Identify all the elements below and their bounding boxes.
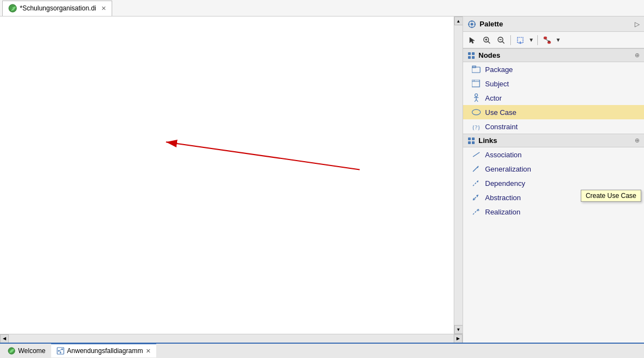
canvas-with-scroll: ▲ ▼ ◀ ▶ bbox=[0, 16, 463, 343]
bottom-tab-diagram[interactable]: Anwendungsfalldiagramm ✕ bbox=[51, 343, 156, 357]
realization-icon bbox=[472, 207, 481, 216]
palette-item-usecase-label: Use Case bbox=[485, 108, 516, 117]
palette-item-abstraction-label: Abstraction bbox=[485, 194, 521, 202]
palette-item-package[interactable]: Package bbox=[463, 62, 644, 76]
palette-panel: Palette ▷ bbox=[463, 16, 644, 343]
palette-icon bbox=[467, 20, 476, 29]
palette-item-constraint[interactable]: {?} Constraint bbox=[463, 119, 644, 134]
title-bar: *Schulungsorganisation.di ✕ bbox=[0, 0, 644, 16]
usecase-icon bbox=[472, 108, 481, 117]
palette-item-usecase[interactable]: Use Case bbox=[463, 105, 644, 119]
palette-item-subject-label: Subject bbox=[485, 80, 509, 88]
toolbar-sep1 bbox=[510, 35, 511, 45]
svg-line-15 bbox=[503, 41, 505, 43]
zoom-in-icon bbox=[483, 36, 491, 44]
svg-rect-7 bbox=[468, 24, 470, 25]
svg-rect-25 bbox=[468, 56, 471, 59]
dependency-icon bbox=[472, 179, 481, 188]
svg-line-12 bbox=[488, 41, 491, 43]
bottom-tab-welcome[interactable]: Welcome bbox=[2, 344, 51, 358]
connect-btn[interactable] bbox=[541, 34, 553, 46]
hscroll-track[interactable] bbox=[9, 334, 454, 343]
palette-collapse-btn[interactable]: ▷ bbox=[635, 20, 640, 28]
abstraction-icon bbox=[472, 193, 481, 202]
svg-line-42 bbox=[473, 152, 480, 157]
subject-icon bbox=[472, 79, 481, 88]
package-icon bbox=[472, 65, 481, 74]
canvas-vscroll: ▲ ▼ bbox=[454, 16, 463, 334]
links-section-header[interactable]: Links ⊕ bbox=[463, 134, 644, 147]
svg-rect-39 bbox=[472, 137, 475, 140]
constraint-icon: {?} bbox=[472, 122, 481, 131]
palette-item-generalization[interactable]: Generalization bbox=[463, 162, 644, 176]
vscroll-track[interactable] bbox=[454, 25, 463, 325]
svg-rect-8 bbox=[474, 24, 476, 25]
tooltip-label: Create Use Case bbox=[586, 192, 636, 200]
nodes-section-label: Nodes bbox=[478, 51, 500, 59]
generalization-icon bbox=[472, 164, 481, 173]
hscroll-right-btn[interactable]: ▶ bbox=[454, 334, 463, 343]
marquee-select-btn[interactable] bbox=[514, 34, 526, 46]
vscroll-up-btn[interactable]: ▲ bbox=[454, 16, 463, 25]
svg-line-34 bbox=[475, 100, 476, 102]
palette-toolbar: ▼ ▼ bbox=[463, 32, 644, 48]
palette-item-association[interactable]: Association bbox=[463, 147, 644, 162]
links-section-pin[interactable]: ⊕ bbox=[635, 137, 640, 144]
hscroll-left-btn[interactable]: ◀ bbox=[0, 334, 9, 343]
svg-point-55 bbox=[61, 349, 63, 350]
palette-header: Palette ▷ bbox=[463, 16, 644, 32]
svg-rect-40 bbox=[468, 141, 471, 144]
vscroll-down-btn[interactable]: ▼ bbox=[454, 325, 463, 334]
svg-point-54 bbox=[58, 350, 59, 352]
svg-rect-24 bbox=[472, 52, 475, 55]
tab-diagram-icon bbox=[8, 4, 17, 13]
canvas-area[interactable] bbox=[0, 16, 454, 334]
svg-rect-5 bbox=[471, 20, 472, 22]
nodes-section-title-group: Nodes bbox=[467, 51, 500, 59]
palette-item-generalization-label: Generalization bbox=[485, 165, 531, 173]
palette-item-dependency-label: Dependency bbox=[485, 179, 525, 188]
svg-rect-6 bbox=[471, 26, 472, 28]
palette-item-actor-label: Actor bbox=[485, 94, 502, 102]
svg-rect-26 bbox=[472, 56, 475, 59]
association-icon bbox=[472, 150, 481, 159]
links-section-icon bbox=[467, 137, 475, 145]
palette-item-realization[interactable]: Realization bbox=[463, 205, 644, 219]
palette-item-association-label: Association bbox=[485, 151, 521, 159]
bottom-tab-welcome-label: Welcome bbox=[18, 347, 46, 355]
tooltip-create-usecase: Create Use Case bbox=[581, 190, 641, 202]
nodes-section-pin[interactable]: ⊕ bbox=[635, 52, 640, 59]
palette-title: Palette bbox=[480, 20, 503, 28]
marquee-dropdown[interactable]: ▼ bbox=[529, 37, 534, 43]
svg-point-4 bbox=[471, 23, 474, 25]
palette-item-subject[interactable]: Subject bbox=[463, 76, 644, 91]
svg-rect-29 bbox=[472, 80, 480, 87]
palette-item-dependency[interactable]: Dependency bbox=[463, 176, 644, 190]
canvas-row: ▲ ▼ bbox=[0, 16, 463, 334]
svg-point-57 bbox=[60, 351, 61, 353]
links-section-label: Links bbox=[478, 136, 497, 145]
svg-marker-48 bbox=[476, 195, 478, 197]
title-tab-close[interactable]: ✕ bbox=[101, 5, 106, 12]
palette-item-actor[interactable]: Actor bbox=[463, 91, 644, 105]
welcome-icon bbox=[8, 347, 15, 355]
svg-line-56 bbox=[59, 350, 61, 351]
svg-rect-38 bbox=[468, 137, 471, 140]
svg-rect-19 bbox=[544, 37, 547, 39]
main-content: ▲ ▼ ◀ ▶ bbox=[0, 16, 644, 343]
actor-icon bbox=[472, 93, 481, 102]
connect-icon bbox=[543, 36, 551, 44]
title-tab[interactable]: *Schulungsorganisation.di ✕ bbox=[2, 1, 112, 16]
zoom-out-btn[interactable] bbox=[495, 34, 507, 46]
bottom-bar: Welcome Anwendungsfalldiagramm ✕ bbox=[0, 343, 644, 358]
zoom-in-btn[interactable] bbox=[481, 34, 493, 46]
nodes-section-header[interactable]: Nodes ⊕ bbox=[463, 48, 644, 62]
zoom-out-icon bbox=[497, 36, 505, 44]
select-icon bbox=[469, 36, 476, 44]
select-tool-btn[interactable] bbox=[466, 34, 478, 46]
palette-item-package-label: Package bbox=[485, 65, 513, 74]
bottom-tab-diagram-close[interactable]: ✕ bbox=[146, 348, 151, 355]
connect-dropdown[interactable]: ▼ bbox=[555, 37, 561, 43]
links-section-title-group: Links bbox=[467, 136, 497, 145]
marquee-icon bbox=[516, 36, 524, 44]
